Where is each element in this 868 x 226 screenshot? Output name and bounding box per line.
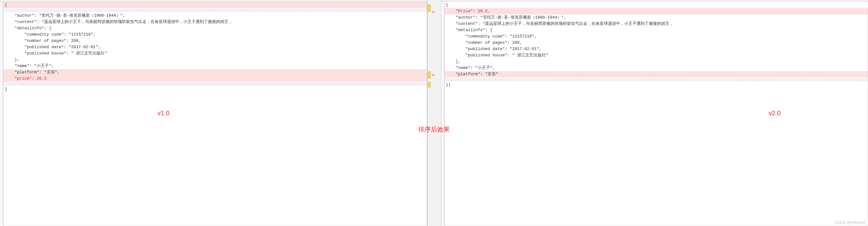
diff-marker <box>428 71 431 79</box>
version-label-left: v1.0 <box>157 109 169 117</box>
code-line[interactable]: "detailinfo": { <box>445 27 868 33</box>
code-line[interactable]: "number of pages": 208, <box>3 38 427 44</box>
middle-gutter: ⇐ ⇐ <box>427 0 441 226</box>
right-code-area[interactable]: { "Price": 26.5, "author": "安托万·德·圣-埃克苏佩… <box>444 2 868 226</box>
code-line[interactable]: "content": "遥远星球上的小王子，与美丽而骄傲的玫瑰吵架负气出走，在各… <box>445 21 868 27</box>
hatched-gap <box>3 83 427 86</box>
code-line[interactable]: "published house": " 浙江文艺出版社" <box>3 51 427 57</box>
left-pane: { "author": "安托万·德·圣-埃克苏佩里（1900-1944）", … <box>0 0 427 226</box>
code-line[interactable]: "commodity code": "12157218", <box>445 33 868 40</box>
code-line[interactable]: "name": "小王子", <box>3 63 427 69</box>
code-line[interactable]: "published date": "2017-02-01", <box>3 44 427 51</box>
center-caption: 排序后效果 <box>418 125 450 134</box>
code-line[interactable]: "published date": "2017-02-01", <box>445 46 868 52</box>
code-line[interactable]: "content": "遥远星球上的小王子，与美丽而骄傲的玫瑰吵架负气出走，在各… <box>3 19 427 25</box>
diff-marker <box>428 4 431 12</box>
code-line[interactable]: "name": "小王子", <box>445 65 868 71</box>
merge-left-arrow-icon[interactable]: ⇐ <box>432 72 435 78</box>
code-line[interactable]: "author": "安托万·德·圣-埃克苏佩里（1900-1944）", <box>445 14 868 21</box>
watermark: CSDN @redrose5 <box>835 220 866 225</box>
code-line[interactable]: "detailinfo": { <box>3 25 427 31</box>
code-line[interactable]: }, <box>445 59 868 65</box>
code-line[interactable]: "platform": "京东", <box>3 69 427 75</box>
right-pane: { "Price": 26.5, "author": "安托万·德·圣-埃克苏佩… <box>441 0 868 226</box>
left-gutter <box>0 2 3 226</box>
version-label-right: v2.0 <box>769 109 781 117</box>
code-line[interactable]: "platform": "京东" <box>445 71 868 77</box>
left-code-area[interactable]: { "author": "安托万·德·圣-埃克苏佩里（1900-1944）", … <box>3 2 427 226</box>
merge-left-arrow-icon[interactable]: ⇐ <box>432 9 435 15</box>
hatched-gap <box>3 9 427 12</box>
code-line[interactable]: { <box>3 2 427 8</box>
hatched-gap <box>445 78 868 81</box>
code-line[interactable]: "commodity code": "12157218", <box>3 31 427 38</box>
code-line[interactable]: "price": 26.5 <box>3 75 427 82</box>
diff-marker <box>428 82 431 88</box>
code-line[interactable]: } <box>3 86 427 93</box>
code-line[interactable]: "number of pages": 208, <box>445 40 868 46</box>
code-line[interactable]: "Price": 26.5, <box>445 8 868 14</box>
code-line[interactable]: { <box>445 2 868 8</box>
code-line[interactable]: }, <box>3 57 427 63</box>
code-line[interactable]: "published house": " 浙江文艺出版社" <box>445 52 868 59</box>
code-line[interactable]: "author": "安托万·德·圣-埃克苏佩里（1900-1944）", <box>3 12 427 19</box>
code-line[interactable]: } <box>445 82 868 88</box>
right-gutter <box>441 2 444 226</box>
